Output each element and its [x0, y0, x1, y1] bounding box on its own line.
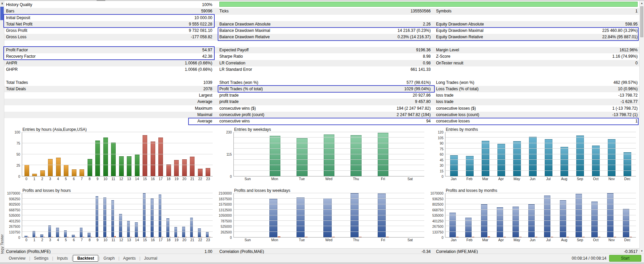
x-tick-label: 7 — [78, 176, 86, 182]
bar-slot — [102, 193, 110, 237]
stats-row: Largestprofit trade20 927.86loss trade-1… — [4, 92, 639, 99]
bar — [135, 222, 138, 237]
tab-backtest[interactable]: Backtest — [73, 255, 98, 262]
scrollbar-thumb[interactable] — [640, 6, 643, 37]
x-tick-label: Jul — [540, 176, 556, 182]
x-tick-label: 10 — [101, 237, 109, 243]
bar — [79, 169, 84, 176]
bar-slot — [370, 132, 397, 176]
close-icon[interactable]: x — [0, 1, 4, 5]
bar-slot — [133, 132, 141, 176]
bottom-edge — [0, 262, 644, 264]
bar-slot — [102, 132, 110, 176]
tab-inputs[interactable]: Inputs — [54, 255, 71, 261]
tab-overview[interactable]: Overview — [5, 255, 29, 261]
stat-value: 20 927.86 — [327, 92, 431, 99]
scroll-down-icon[interactable]: ▼ — [640, 249, 644, 254]
bar — [465, 218, 472, 237]
bar-slot — [525, 132, 541, 176]
stat-value: 1029 (99.04%) — [327, 86, 431, 92]
y-tick-label: 401250 — [432, 219, 443, 223]
y-tick-label: 936250 — [9, 197, 20, 201]
y-axis: 1070000936250802500668750535000401250267… — [430, 193, 445, 237]
tab-journal[interactable]: Journal — [141, 255, 161, 261]
stat-value: 1612.96% — [526, 47, 638, 53]
chart-pl-by-months: Profits and losses by months107000093625… — [428, 187, 639, 245]
y-tick-label: 15 — [440, 169, 443, 173]
x-tick-label: Jun — [525, 237, 540, 243]
chart-title: Entries by months — [446, 127, 639, 132]
x-tick-label: 13 — [125, 237, 133, 243]
x-tick-label: 2 — [38, 237, 46, 243]
bar-slot — [541, 193, 556, 237]
stat-label: OnTester result — [436, 60, 526, 66]
start-button[interactable]: Start — [609, 255, 641, 262]
loss-bar — [519, 237, 522, 237]
stat-label: Bars — [4, 8, 107, 14]
y-tick-label: 45 — [440, 158, 443, 162]
bar — [111, 143, 116, 176]
loss-bar — [503, 237, 506, 237]
stat-value: 22.84% (95 887.01) — [526, 34, 638, 40]
stat-value: -177 058.82 — [107, 34, 212, 40]
loss-bar — [177, 237, 179, 237]
stat-label: Gross Profit — [4, 28, 107, 34]
x-tick-label: 18 — [165, 176, 173, 182]
stats-row: Averageprofit trade9 457.80loss trade-1 … — [4, 99, 639, 105]
stat-label: Z-Score — [436, 53, 526, 60]
tab-agents[interactable]: Agents — [120, 255, 139, 261]
x-tick-label: Sun — [234, 176, 261, 182]
bar-slot — [196, 193, 204, 237]
y-tick-label: 267500 — [9, 225, 20, 228]
column-gap — [431, 8, 436, 14]
tab-settings[interactable]: Settings — [31, 255, 52, 261]
loss-bar — [201, 237, 203, 237]
bar — [544, 196, 550, 237]
scroll-up-icon[interactable]: ▲ — [640, 1, 644, 6]
x-tick-label: Aug — [556, 237, 572, 243]
chart-title: Profits and losses by hours — [22, 188, 216, 193]
stat-value: 661 141.33 — [327, 66, 431, 73]
stat-value: Largest — [107, 92, 212, 99]
stat-label: Margin Level — [436, 47, 526, 53]
plot-area — [22, 193, 213, 237]
column-gap — [212, 21, 219, 28]
y-tick-label: 100 — [14, 130, 20, 134]
x-tick-label: 20 — [180, 237, 189, 243]
stat-value: 10 000.00 — [107, 15, 212, 21]
bar-slot — [70, 132, 78, 176]
loss-bar — [91, 237, 92, 237]
bar-slot — [462, 193, 478, 237]
stats-row: Averageconsecutive wins94consecutive los… — [4, 118, 639, 124]
tab-graph[interactable]: Graph — [100, 255, 118, 261]
stat-value: 135550566 — [327, 8, 431, 14]
stat-label: Sharpe Ratio — [219, 53, 327, 60]
x-tick-label: 1 — [31, 237, 39, 243]
tabbar-right: 00:08:14 / 00:08:14 Start — [572, 255, 641, 262]
bar — [576, 194, 582, 237]
x-tick-label: 14 — [133, 176, 141, 182]
x-tick-label: Mar — [477, 237, 493, 243]
x-tick-label: 2 — [38, 176, 46, 182]
bar-slot — [62, 132, 70, 176]
bar-slot — [173, 132, 181, 176]
plot-area — [233, 132, 424, 176]
bar — [624, 152, 632, 176]
chart-title: Profits and losses by weekdays — [234, 188, 428, 193]
stat-value: 2 247 947.82 (194) — [327, 112, 431, 118]
bar-slot — [620, 193, 635, 237]
stat-label: Equity Drawdown Relative — [436, 34, 526, 40]
x-tick-label: 21 — [188, 237, 196, 243]
vertical-scrollbar[interactable]: ▲ ▼ — [639, 1, 644, 254]
bar-slot — [125, 193, 133, 237]
bar — [32, 174, 37, 176]
bar — [151, 199, 154, 237]
x-tick-label: 11 — [109, 176, 117, 182]
bar-slot — [234, 193, 262, 237]
x-tick-label: Tue — [288, 176, 315, 182]
column-gap — [212, 118, 219, 124]
loss-bar — [59, 237, 61, 237]
bar — [151, 142, 155, 176]
loss-bar — [630, 237, 632, 237]
column-gap — [212, 53, 219, 60]
